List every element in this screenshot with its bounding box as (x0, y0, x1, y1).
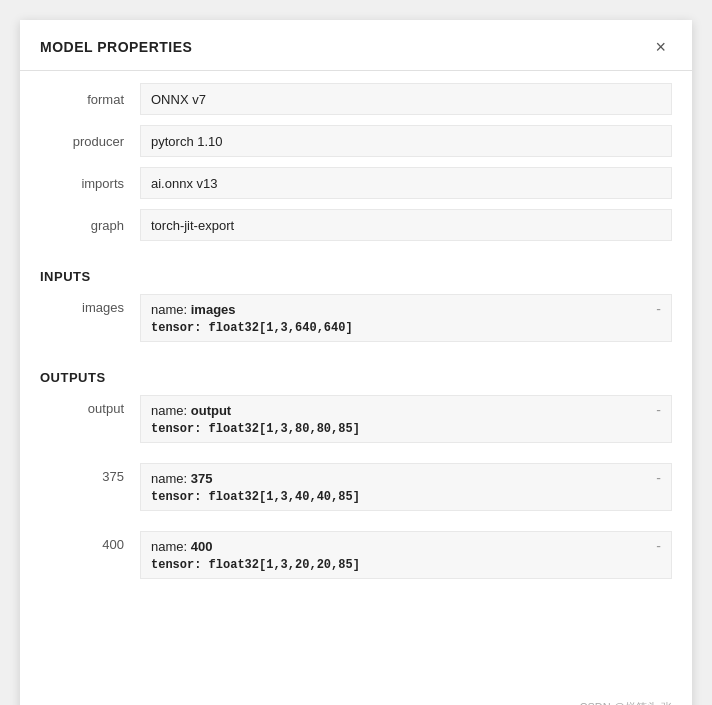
inputs-heading: INPUTS (20, 255, 692, 294)
input-images-label: images (40, 294, 140, 315)
input-images-value-box: name: images - tensor: float32[1,3,640,6… (140, 294, 672, 342)
output-output-dash: - (656, 402, 661, 418)
format-row: format ONNX v7 (40, 83, 672, 115)
input-images-name: name: images (151, 302, 236, 317)
imports-label: imports (40, 176, 140, 191)
imports-value: ai.onnx v13 (140, 167, 672, 199)
output-375-value-box: name: 375 - tensor: float32[1,3,40,40,85… (140, 463, 672, 511)
output-output-tensor-row: tensor: float32[1,3,80,80,85] (151, 422, 661, 436)
output-375-tensor: tensor: float32[1,3,40,40,85] (151, 490, 360, 504)
model-properties-section: format ONNX v7 producer pytorch 1.10 imp… (20, 71, 692, 255)
producer-label: producer (40, 134, 140, 149)
output-400-value-box: name: 400 - tensor: float32[1,3,20,20,85… (140, 531, 672, 579)
graph-value: torch-jit-export (140, 209, 672, 241)
output-375-dash: - (656, 470, 661, 486)
output-400-dash: - (656, 538, 661, 554)
output-output-name: name: output (151, 403, 231, 418)
input-images-name-row: name: images - (151, 301, 661, 317)
graph-label: graph (40, 218, 140, 233)
watermark: CSDN @烂笔头·张 (580, 700, 672, 705)
output-400-label: 400 (40, 531, 140, 552)
graph-row: graph torch-jit-export (40, 209, 672, 241)
format-value: ONNX v7 (140, 83, 672, 115)
output-400-name: name: 400 (151, 539, 212, 554)
outputs-section: output name: output - tensor: float32[1,… (20, 395, 692, 593)
output-output-tensor: tensor: float32[1,3,80,80,85] (151, 422, 360, 436)
output-output-value-box: name: output - tensor: float32[1,3,80,80… (140, 395, 672, 443)
output-375-name-row: name: 375 - (151, 470, 661, 486)
output-375-name: name: 375 (151, 471, 212, 486)
input-images-tensor: tensor: float32[1,3,640,640] (151, 321, 353, 335)
output-375-label: 375 (40, 463, 140, 484)
close-button[interactable]: × (649, 36, 672, 58)
output-output-name-row: name: output - (151, 402, 661, 418)
model-properties-dialog: MODEL PROPERTIES × format ONNX v7 produc… (20, 20, 692, 705)
dialog-header: MODEL PROPERTIES × (20, 20, 692, 71)
input-images-tensor-row: tensor: float32[1,3,640,640] (151, 321, 661, 335)
output-400-name-row: name: 400 - (151, 538, 661, 554)
output-375-tensor-row: tensor: float32[1,3,40,40,85] (151, 490, 661, 504)
output-400-tensor: tensor: float32[1,3,20,20,85] (151, 558, 360, 572)
producer-row: producer pytorch 1.10 (40, 125, 672, 157)
outputs-heading: OUTPUTS (20, 356, 692, 395)
inputs-section: images name: images - tensor: float32[1,… (20, 294, 692, 356)
output-400-row: 400 name: 400 - tensor: float32[1,3,20,2… (40, 531, 672, 579)
output-output-row: output name: output - tensor: float32[1,… (40, 395, 672, 443)
input-images-row: images name: images - tensor: float32[1,… (40, 294, 672, 342)
producer-value: pytorch 1.10 (140, 125, 672, 157)
output-output-label: output (40, 395, 140, 416)
format-label: format (40, 92, 140, 107)
input-images-dash: - (656, 301, 661, 317)
output-400-tensor-row: tensor: float32[1,3,20,20,85] (151, 558, 661, 572)
dialog-title: MODEL PROPERTIES (40, 39, 192, 55)
imports-row: imports ai.onnx v13 (40, 167, 672, 199)
output-375-row: 375 name: 375 - tensor: float32[1,3,40,4… (40, 463, 672, 511)
